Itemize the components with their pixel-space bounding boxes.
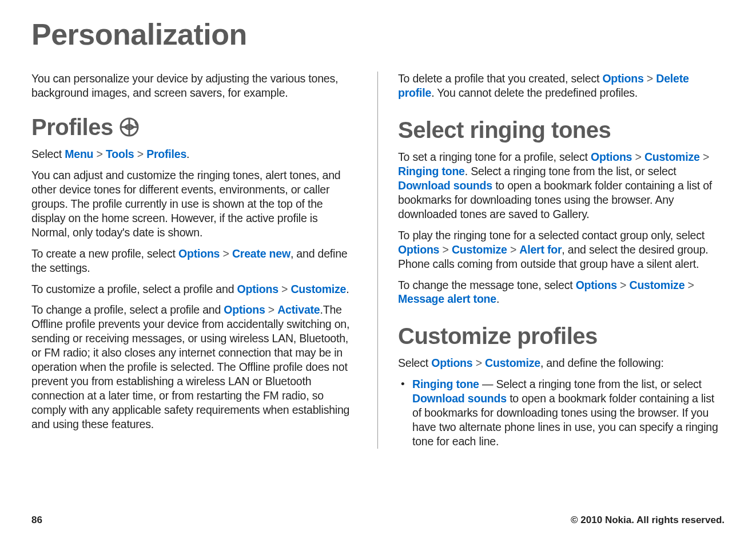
text: . <box>496 292 499 305</box>
chevron-right-icon: > <box>220 247 232 260</box>
profiles-icon <box>119 117 140 137</box>
options-link[interactable]: Options <box>398 243 439 256</box>
activate-link[interactable]: Activate <box>277 303 320 316</box>
customize-list: Ringing tone — Select a ringing tone fro… <box>398 377 725 449</box>
column-right: To delete a profile that you created, se… <box>378 72 725 449</box>
profiles-nav: Select Menu > Tools > Profiles. <box>31 147 357 161</box>
text: Select <box>398 357 431 369</box>
options-link[interactable]: Options <box>591 151 632 163</box>
text: Select <box>31 148 65 160</box>
ringing-tone-link[interactable]: Ringing tone <box>398 165 465 177</box>
ringing-p2: To play the ringing tone for a selected … <box>398 228 725 271</box>
profiles-change: To change a profile, select a profile an… <box>31 303 357 432</box>
ringing-heading: Select ringing tones <box>398 117 725 143</box>
chevron-right-icon: > <box>265 303 278 316</box>
chevron-right-icon: > <box>632 151 644 163</box>
column-left: You can personalize your device by adjus… <box>31 72 378 449</box>
page-title: Personalization <box>31 17 725 52</box>
options-link[interactable]: Options <box>576 279 617 291</box>
options-link[interactable]: Options <box>431 357 472 369</box>
profiles-heading-text: Profiles <box>31 114 113 140</box>
profiles-customize: To customize a profile, select a profile… <box>31 282 357 296</box>
text: . Select a ringing tone from the list, o… <box>465 165 677 177</box>
chevron-right-icon: > <box>685 279 694 291</box>
options-link[interactable]: Options <box>178 247 220 260</box>
intro-paragraph: You can personalize your device by adjus… <box>31 72 357 100</box>
chevron-right-icon: > <box>439 243 452 256</box>
profiles-delete: To delete a profile that you created, se… <box>398 72 725 100</box>
profiles-link[interactable]: Profiles <box>146 148 186 160</box>
alert-for-link[interactable]: Alert for <box>519 243 562 256</box>
text: . <box>346 283 349 295</box>
options-link[interactable]: Options <box>224 303 265 316</box>
profiles-body: You can adjust and customize the ringing… <box>31 168 357 240</box>
text: To customize a profile, select a profile… <box>31 283 237 295</box>
menu-link[interactable]: Menu <box>65 148 93 160</box>
customize-link[interactable]: Customize <box>644 151 700 163</box>
chevron-right-icon: > <box>134 148 147 160</box>
chevron-right-icon: > <box>472 357 485 369</box>
ringing-tone-link[interactable]: Ringing tone <box>412 378 479 390</box>
text: — Select a ringing tone from the list, o… <box>479 378 702 390</box>
list-item: Ringing tone — Select a ringing tone fro… <box>398 377 725 449</box>
page-number: 86 <box>31 515 42 526</box>
chevron-right-icon: > <box>700 151 709 163</box>
text: To set a ringing tone for a profile, sel… <box>398 151 591 163</box>
customize-link[interactable]: Customize <box>291 283 346 295</box>
profiles-create: To create a new profile, select Options … <box>31 247 357 275</box>
text: To change the message tone, select <box>398 279 576 291</box>
custom-p1: Select Options > Customize, and define t… <box>398 356 725 370</box>
text: To create a new profile, select <box>31 247 178 260</box>
create-new-link[interactable]: Create new <box>232 247 291 260</box>
text: , and define the following: <box>540 357 664 369</box>
chevron-right-icon: > <box>617 279 630 291</box>
customize-link[interactable]: Customize <box>485 357 540 369</box>
chevron-right-icon: > <box>278 283 291 295</box>
download-sounds-link[interactable]: Download sounds <box>398 179 492 192</box>
text: To play the ringing tone for a selected … <box>398 229 705 242</box>
ringing-p1: To set a ringing tone for a profile, sel… <box>398 150 725 221</box>
text: . You cannot delete the predefined profi… <box>431 86 638 99</box>
customize-link[interactable]: Customize <box>630 279 685 291</box>
tools-link[interactable]: Tools <box>106 148 134 160</box>
content-columns: You can personalize your device by adjus… <box>31 72 725 449</box>
options-link[interactable]: Options <box>602 72 643 85</box>
text: To change a profile, select a profile an… <box>31 303 224 316</box>
options-link[interactable]: Options <box>237 283 278 295</box>
customize-profiles-heading: Customize profiles <box>398 323 725 349</box>
ringing-p3: To change the message tone, select Optio… <box>398 278 725 307</box>
text: To delete a profile that you created, se… <box>398 72 602 85</box>
download-sounds-link[interactable]: Download sounds <box>412 392 507 405</box>
text: . <box>186 148 189 160</box>
chevron-right-icon: > <box>93 148 106 160</box>
chevron-right-icon: > <box>644 72 656 85</box>
chevron-right-icon: > <box>507 243 520 256</box>
copyright: © 2010 Nokia. All rights reserved. <box>571 515 725 526</box>
text: .The Offline profile prevents your devic… <box>31 303 349 430</box>
profiles-heading: Profiles <box>31 114 357 140</box>
customize-link[interactable]: Customize <box>452 243 507 256</box>
page-footer: 86 © 2010 Nokia. All rights reserved. <box>31 515 725 526</box>
message-alert-link[interactable]: Message alert tone <box>398 292 496 305</box>
